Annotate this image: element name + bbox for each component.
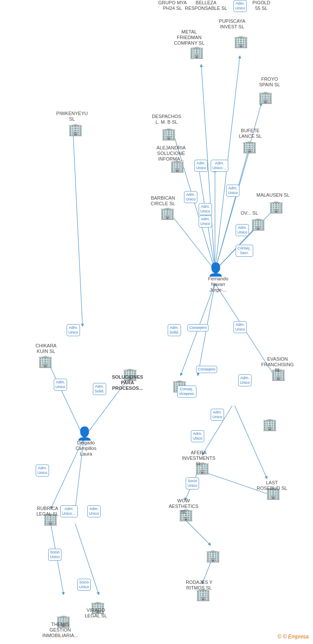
role-socio-unico-3[interactable]: SocioUnico [77,579,91,591]
role-consej-secr[interactable]: Consej..Secr. [236,245,253,257]
role-adm-unico-rub[interactable]: Adm.Unico.... [60,505,78,517]
grupo-mya-label: GRUPO MYAPH24 SL [158,0,187,11]
ov-label: OV... SL [234,210,264,216]
role-adm-unico-12[interactable]: Adm.Unico [36,465,49,477]
metal-friedman-icon: 🏢 [189,45,204,59]
svg-line-13 [73,133,83,326]
despachos-icon: 🏢 [161,127,176,141]
wow-label: WOWAESTHETICSSL [164,498,203,515]
role-consejero-2[interactable]: Consejero [196,366,217,373]
role-socio-unico-1[interactable]: SocioUnico [186,477,199,489]
fernando-label: FernandoNavarrJorge-... [198,276,239,293]
ov-icon: 🏢 [251,217,266,231]
role-adm-ubico[interactable]: Adm.Ubico [191,430,204,442]
role-adm-unico-5[interactable]: Adm.Unico [199,216,212,228]
role-adm-unico-11[interactable]: Adm.Unico [211,409,224,421]
soluciones-label: SOLUCIONESPARAPROCESOS... [105,374,150,392]
virago-label: VIRAGOLEGAL SL [77,608,115,619]
role-adm-unico-1[interactable]: Adm.Unico [194,160,208,172]
role-consejero-1[interactable]: Consejero [187,324,209,331]
belleza-icon: 🏢 [206,549,221,563]
watermark-symbol: © [278,634,282,640]
froyo-icon: 🏢 [258,90,273,104]
bufete-icon: 🏢 [242,140,257,154]
themis-label: THEMISGESTIONINMOBILIARIA... [39,622,82,639]
role-adm-unico-6[interactable]: Adm.Unico [226,185,239,197]
chikara-icon: 🏢 [38,354,53,368]
role-adm-unico-piwk[interactable]: Adm.Unico [67,324,80,336]
malausen-icon: 🏢 [269,200,284,214]
pupiscaya-label: PUPISCAYAINVEST SL [211,18,254,30]
watermark: © © Empresa [278,634,309,640]
pigold-icon: 🏢 [262,417,277,431]
afera-label: AFERAINVESTMENTSSL [177,450,220,467]
chikara-label: CHIKARAKUIN SL [27,343,65,354]
fernando-person-icon: 👤 [208,262,224,277]
belleza-label: BELLEZARESPONSABLE SL [185,0,227,11]
metal-friedman-label: METALFRIEDMANCOMPANY SL [168,29,211,46]
watermark-text: © Empresa [283,634,309,640]
role-adm-unico-10[interactable]: Adm.Unico [238,374,252,386]
role-adm-unico-7[interactable]: Adm.Unico [236,224,249,236]
role-adm-unico-9[interactable]: Adm.Unico [233,0,247,12]
malausen-label: MALAUSEN SL [254,192,292,198]
role-adm-unico-13[interactable]: Adm.Unico [87,505,101,517]
barbican-label: BARBICANCIRCLE SL [144,195,182,207]
delgado-person-icon: 👤 [77,426,92,441]
froyo-label: FROYOSPAIN SL [250,76,289,88]
role-adm-unico-3[interactable]: Adm.Unico [184,191,197,203]
role-adm-unico-chik[interactable]: Adm.Unico [54,379,67,391]
despachos-label: DESPACHOSL. M. B SL [146,114,187,125]
barbican-icon: 🏢 [160,206,175,220]
last-rosebud-label: LASTROSEBUD SL [254,480,290,491]
role-adm-solid-2[interactable]: Adm.Solid. [93,383,106,395]
evasion-label: EVASIONFRANCHISINGSL [257,356,298,374]
svg-line-22 [185,519,211,545]
alejandria-label: ALEJANDRIASOLUCIONEINFORMA... [150,145,193,162]
role-consej-vicepres[interactable]: Consej..Vicepres. [177,386,196,398]
pupiscaya-icon: 🏢 [233,34,249,49]
role-adm-unico-8[interactable]: Adm.Unico [233,321,247,333]
role-adm-unico-2[interactable]: Adm.Unico.... [211,160,228,172]
bufete-label: BUFETELANCE SL [231,128,270,139]
pigold-label: PIGOLD55 SL [252,0,270,11]
delgado-label: DelgadoCampillosLaura [67,440,105,457]
rodajes-label: RODAJES YRITMOS SL [180,580,218,591]
role-socio-unico-2[interactable]: SocioUnico [48,549,61,561]
role-adm-unico-4[interactable]: Adm.Unico [199,203,212,215]
role-adm-solid-1[interactable]: Adm.Solid. [168,324,181,336]
piwkenyeyu-label: PIWKENYEYUSL [52,111,92,122]
piwkenyeyu-icon: 🏢 [68,122,83,137]
svg-line-24 [235,406,267,479]
